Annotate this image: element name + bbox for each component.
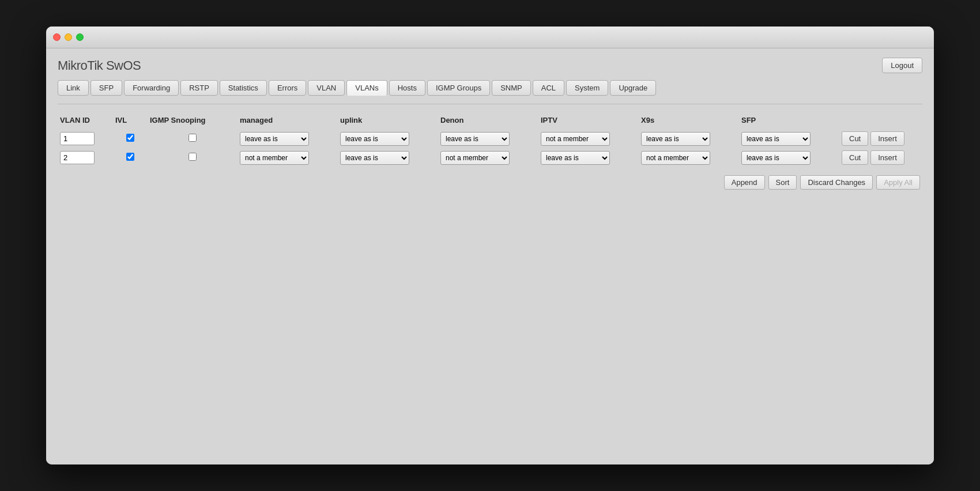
uplink-select-row2[interactable]: leave as isnot a memberegress tagegress … [340,151,409,165]
col-header-managed: managed [238,112,338,129]
vlan-id-input-row1[interactable] [60,132,95,145]
app-title: MikroTik SwOS [58,58,141,73]
insert-button-row1[interactable]: Insert [870,131,904,146]
x9s-select-row1[interactable]: leave as isnot a memberegress tagegress … [641,132,710,146]
tab-system[interactable]: System [566,80,608,96]
tab-sfp[interactable]: SFP [91,80,122,96]
top-bar: MikroTik SwOS Logout [58,58,922,73]
table-row: leave as isnot a memberegress tagegress … [58,129,922,148]
vlan-table: VLAN ID IVL IGMP Snooping managed uplink… [58,112,922,167]
tab-acl[interactable]: ACL [533,80,564,96]
tab-rstp[interactable]: RSTP [180,80,218,96]
sfp-select-row1[interactable]: leave as isnot a memberegress tagegress … [741,132,811,146]
traffic-lights [53,33,84,41]
tab-forwarding[interactable]: Forwarding [124,80,179,96]
col-header-sfp: SFP [739,112,839,129]
ivl-checkbox-row1[interactable] [126,134,134,142]
nav-tabs: Link SFP Forwarding RSTP Statistics Erro… [58,80,922,96]
logout-button[interactable]: Logout [882,58,922,73]
col-header-ivl: IVL [113,112,148,129]
separator [58,104,922,104]
igmp-snooping-checkbox-row2[interactable] [189,153,197,161]
denon-select-row2[interactable]: leave as isnot a memberegress tagegress … [440,151,510,165]
col-header-uplink: uplink [338,112,438,129]
x9s-select-row2[interactable]: leave as isnot a memberegress tagegress … [641,151,710,165]
app-window: MikroTik SwOS Logout Link SFP Forwarding… [46,27,934,464]
append-button[interactable]: Append [724,175,765,190]
tab-upgrade[interactable]: Upgrade [610,80,656,96]
minimize-button[interactable] [65,33,72,41]
table-row: leave as isnot a memberegress tagegress … [58,148,922,167]
iptv-select-row2[interactable]: leave as isnot a memberegress tagegress … [541,151,610,165]
tab-snmp[interactable]: SNMP [492,80,531,96]
tab-hosts[interactable]: Hosts [389,80,425,96]
bottom-actions: Append Sort Discard Changes Apply All [58,175,922,190]
tab-errors[interactable]: Errors [269,80,306,96]
insert-button-row2[interactable]: Insert [870,150,904,165]
tab-vlan[interactable]: VLAN [308,80,345,96]
tab-igmp-groups[interactable]: IGMP Groups [427,80,490,96]
discard-button[interactable]: Discard Changes [800,175,873,190]
cut-button-row2[interactable]: Cut [842,150,868,165]
uplink-select-row1[interactable]: leave as isnot a memberegress tagegress … [340,132,409,146]
denon-select-row1[interactable]: leave as isnot a memberegress tagegress … [440,132,510,146]
sfp-select-row2[interactable]: leave as isnot a memberegress tagegress … [741,151,811,165]
tab-link[interactable]: Link [58,80,89,96]
igmp-snooping-checkbox-row1[interactable] [189,134,197,142]
managed-select-row2[interactable]: leave as isnot a memberegress tagegress … [240,151,309,165]
main-panel: VLAN ID IVL IGMP Snooping managed uplink… [58,112,922,455]
col-header-x9s: X9s [639,112,739,129]
managed-select-row1[interactable]: leave as isnot a memberegress tagegress … [240,132,309,146]
close-button[interactable] [53,33,61,41]
apply-all-button[interactable]: Apply All [876,175,920,190]
ivl-checkbox-row2[interactable] [126,153,134,161]
col-header-vlan-id: VLAN ID [58,112,113,129]
tab-statistics[interactable]: Statistics [220,80,267,96]
col-header-actions [839,112,922,129]
col-header-iptv: IPTV [538,112,639,129]
title-bar [46,27,934,48]
maximize-button[interactable] [76,33,84,41]
col-header-denon: Denon [438,112,538,129]
cut-button-row1[interactable]: Cut [842,131,868,146]
sort-button[interactable]: Sort [768,175,797,190]
iptv-select-row1[interactable]: leave as isnot a memberegress tagegress … [541,132,610,146]
vlan-id-input-row2[interactable] [60,151,95,164]
tab-vlans[interactable]: VLANs [346,80,387,96]
col-header-igmp-snooping: IGMP Snooping [148,112,238,129]
app-content: MikroTik SwOS Logout Link SFP Forwarding… [46,48,934,464]
